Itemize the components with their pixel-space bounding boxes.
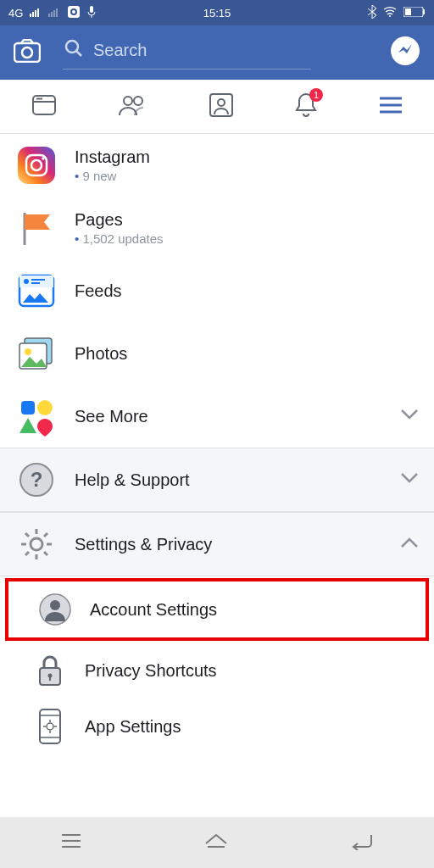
- svg-marker-48: [19, 418, 36, 433]
- svg-point-19: [66, 41, 78, 53]
- svg-line-58: [25, 552, 29, 555]
- menu-help-support[interactable]: ? Help & Support: [0, 448, 434, 512]
- tab-profile[interactable]: [209, 92, 234, 121]
- svg-rect-22: [33, 96, 55, 114]
- clock: 15:15: [203, 7, 231, 19]
- svg-line-59: [44, 533, 47, 537]
- menu-photos[interactable]: Photos: [0, 322, 434, 385]
- instagram-icon: [15, 144, 58, 186]
- account-icon: [37, 592, 73, 627]
- svg-point-18: [22, 47, 32, 58]
- nav-recent-button[interactable]: [59, 832, 83, 853]
- svg-rect-16: [405, 8, 411, 15]
- menu-item-title: Feeds: [75, 281, 419, 301]
- svg-rect-17: [14, 43, 40, 62]
- svg-rect-15: [423, 9, 425, 14]
- mic-status-icon: [87, 6, 96, 20]
- tab-menu[interactable]: [378, 96, 403, 118]
- svg-rect-4: [48, 14, 50, 17]
- gear-icon: [15, 523, 58, 565]
- tab-newsfeed[interactable]: [31, 92, 58, 122]
- help-icon: ?: [15, 459, 58, 501]
- menu-item-title: Instagram: [75, 147, 419, 167]
- svg-point-26: [124, 97, 132, 105]
- menu-item-title: Help & Support: [75, 470, 383, 490]
- menu-item-title: Photos: [75, 344, 419, 364]
- menu-item-title: Settings & Privacy: [75, 535, 383, 554]
- bluetooth-icon: [368, 5, 376, 21]
- camera-button[interactable]: [14, 39, 41, 66]
- svg-rect-33: [18, 147, 55, 184]
- svg-point-13: [389, 15, 391, 17]
- battery-icon: [403, 7, 426, 19]
- signal-icon: [30, 7, 42, 19]
- svg-text:?: ?: [31, 468, 43, 491]
- highlight-box: Account Settings: [5, 578, 429, 641]
- menu-item-title: Privacy Shortcuts: [85, 661, 419, 681]
- app-settings-icon: [32, 709, 68, 744]
- tab-bar: 1: [0, 80, 434, 134]
- messenger-button[interactable]: [390, 36, 420, 70]
- feeds-icon: [15, 270, 58, 312]
- search-field-wrap[interactable]: [63, 36, 368, 70]
- search-icon: [64, 39, 83, 61]
- svg-rect-7: [56, 8, 58, 17]
- menu-account-settings[interactable]: Account Settings: [8, 581, 426, 637]
- svg-point-61: [50, 600, 60, 610]
- search-input[interactable]: [63, 36, 311, 70]
- svg-point-51: [31, 538, 42, 550]
- menu-item-title: See More: [75, 407, 383, 426]
- svg-point-45: [25, 348, 31, 355]
- menu-pages[interactable]: Pages 1,502 updates: [0, 197, 434, 259]
- menu-privacy-shortcuts[interactable]: Privacy Shortcuts: [0, 643, 434, 698]
- pages-flag-icon: [15, 207, 58, 249]
- camera-status-icon: [67, 5, 81, 21]
- wifi-icon: [383, 7, 397, 19]
- menu-item-sub: 1,502 updates: [75, 231, 419, 246]
- svg-rect-1: [32, 12, 34, 17]
- svg-point-10: [72, 10, 75, 14]
- photos-icon: [15, 332, 58, 375]
- svg-rect-3: [37, 8, 39, 17]
- signal2-icon: [48, 7, 60, 19]
- chevron-up-icon: [400, 537, 419, 552]
- notification-badge: 1: [309, 88, 323, 102]
- menu-list: Instagram 9 new Pages 1,502 updates Feed…: [0, 134, 434, 754]
- svg-rect-5: [51, 12, 53, 17]
- svg-point-36: [42, 157, 45, 160]
- svg-line-57: [44, 552, 47, 555]
- nav-back-button[interactable]: [349, 832, 375, 854]
- device-nav-bar: [0, 817, 434, 868]
- menu-instagram[interactable]: Instagram 9 new: [0, 134, 434, 197]
- menu-item-title: Pages: [75, 210, 419, 230]
- nav-home-button[interactable]: [203, 832, 230, 854]
- menu-item-title: App Settings: [85, 717, 419, 737]
- svg-point-29: [218, 99, 225, 106]
- network-label: 4G: [8, 7, 23, 19]
- svg-rect-2: [35, 10, 36, 17]
- chevron-down-icon: [400, 472, 419, 487]
- svg-point-27: [134, 97, 142, 105]
- tab-notifications[interactable]: 1: [294, 92, 318, 122]
- svg-line-56: [25, 533, 29, 537]
- tab-friends[interactable]: [118, 93, 148, 120]
- menu-settings-privacy[interactable]: Settings & Privacy: [0, 512, 434, 576]
- menu-feeds[interactable]: Feeds: [0, 259, 434, 322]
- svg-rect-65: [40, 709, 60, 743]
- chevron-down-icon: [400, 409, 419, 424]
- svg-rect-6: [53, 10, 55, 17]
- header-bar: [0, 25, 434, 80]
- lock-icon: [32, 653, 68, 688]
- svg-rect-11: [90, 6, 93, 13]
- menu-item-title: Account Settings: [90, 600, 410, 620]
- svg-line-20: [76, 51, 81, 56]
- menu-see-more[interactable]: See More: [0, 385, 434, 448]
- status-bar: 4G 15:15: [0, 0, 434, 25]
- menu-app-settings[interactable]: App Settings: [0, 698, 434, 754]
- menu-item-sub: 9 new: [75, 169, 419, 183]
- see-more-icon: [15, 395, 58, 437]
- svg-point-47: [37, 400, 53, 415]
- svg-rect-46: [21, 401, 35, 415]
- svg-rect-0: [30, 14, 31, 17]
- svg-point-40: [24, 279, 29, 284]
